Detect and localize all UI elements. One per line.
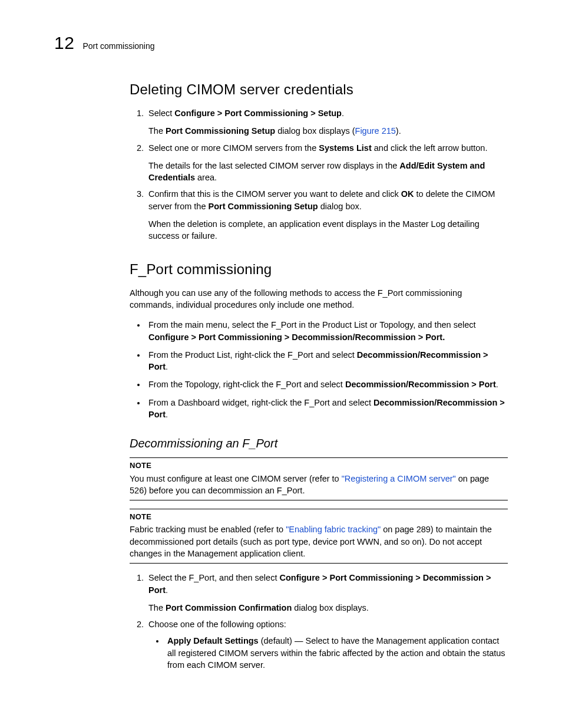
menu-path: Decommission/Recommission > Port [345, 380, 496, 389]
note-text: Fabric tracking must be enabled (refer t… [130, 525, 286, 534]
step-result: When the deletion is complete, an applic… [148, 218, 508, 242]
note-label: NOTE [130, 460, 508, 471]
option-name: Apply Default Settings [167, 636, 259, 645]
step-text: Choose one of the following options: [148, 620, 286, 629]
chapter-number: 12 [54, 33, 74, 53]
text: . [166, 410, 168, 419]
step-text: Select [148, 108, 174, 118]
menu-path: Configure > Port Commissioning > Setup [174, 108, 342, 118]
step-text: Confirm that this is the CIMOM server yo… [148, 189, 401, 199]
methods-list: From the main menu, select the F_Port in… [130, 319, 508, 420]
decommission-steps-list: Select the F_Port, and then select Confi… [130, 572, 508, 671]
note-text: You must configure at least one CIMOM se… [130, 474, 342, 483]
text: . [166, 362, 168, 371]
breadcrumb: Port commissioning [82, 41, 154, 51]
step-text: and click the left arrow button. [372, 143, 488, 153]
text: From the Product List, right-click the F… [148, 350, 357, 360]
page: 12 Port commissioning Deleting CIMOM ser… [0, 0, 562, 728]
text: From the Topology, right-click the F_Por… [148, 380, 345, 389]
list-item: Apply Default Settings (default) — Selec… [165, 635, 508, 671]
deleting-steps-list: Select Configure > Port Commissioning > … [130, 107, 508, 242]
step-text: Select one or more CIMOM servers from th… [148, 143, 319, 153]
step-result: The details for the last selected CIMOM … [148, 160, 508, 184]
step-text: dialog box. [318, 202, 362, 211]
page-header: 12 Port commissioning [54, 33, 508, 53]
text: . [496, 380, 498, 389]
dialog-name: Port Commissioning Setup [209, 202, 318, 211]
text: dialog box displays. [292, 603, 369, 612]
heading-decommissioning-fport: Decommissioning an F_Port [130, 437, 508, 450]
note-label: NOTE [130, 512, 508, 522]
intro-paragraph: Although you can use any of the followin… [130, 287, 508, 311]
text: From the main menu, select the F_Port in… [148, 320, 476, 330]
text: The [148, 603, 166, 612]
text: The [148, 126, 166, 136]
text: area. [195, 173, 217, 182]
button-name: OK [401, 189, 414, 199]
xref-link[interactable]: "Registering a CIMOM server" [342, 474, 456, 483]
text: ). [396, 126, 401, 136]
step-1: Select the F_Port, and then select Confi… [146, 572, 508, 614]
figure-link[interactable]: Figure 215 [355, 126, 396, 136]
step-text: . [342, 108, 344, 118]
step-result: The Port Commission Confirmation dialog … [148, 602, 508, 614]
list-item: From the main menu, select the F_Port in… [146, 319, 508, 343]
ui-element: Systems List [319, 143, 371, 153]
list-item: From the Product List, right-click the F… [146, 349, 508, 373]
note-box: NOTE Fabric tracking must be enabled (re… [130, 509, 508, 564]
heading-fport-commissioning: F_Port commissioning [130, 261, 508, 278]
list-item: From a Dashboard widget, right-click the… [146, 397, 508, 421]
step-result: The Port Commissioning Setup dialog box … [148, 125, 508, 137]
text: The details for the last selected CIMOM … [148, 161, 399, 170]
dialog-name: Port Commission Confirmation [166, 603, 292, 612]
step-2: Choose one of the following options: App… [146, 618, 508, 671]
text: From a Dashboard widget, right-click the… [148, 398, 373, 407]
step-text: Select the F_Port, and then select [148, 573, 279, 582]
list-item: From the Topology, right-click the F_Por… [146, 378, 508, 390]
content-body: Deleting CIMOM server credentials Select… [54, 81, 508, 671]
text: dialog box displays ( [275, 126, 355, 136]
step-text: . [166, 585, 168, 595]
step-1: Select Configure > Port Commissioning > … [146, 107, 508, 137]
step-3: Confirm that this is the CIMOM server yo… [146, 188, 508, 242]
step-2: Select one or more CIMOM servers from th… [146, 142, 508, 184]
heading-deleting-cimom: Deleting CIMOM server credentials [130, 81, 508, 98]
dialog-name: Port Commissioning Setup [166, 126, 275, 136]
xref-link[interactable]: "Enabling fabric tracking" [286, 525, 381, 534]
note-box: NOTE You must configure at least one CIM… [130, 457, 508, 500]
menu-path: Configure > Port Commissioning > Decommi… [148, 332, 445, 342]
options-list: Apply Default Settings (default) — Selec… [148, 635, 508, 671]
